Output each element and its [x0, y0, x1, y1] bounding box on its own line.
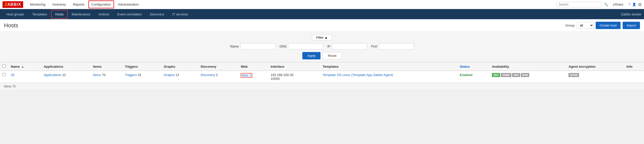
- filter-label: Filter: [316, 36, 324, 39]
- th-templates[interactable]: Templates: [320, 62, 457, 71]
- logo-abbix: ABBIX: [7, 2, 21, 7]
- filter-port-field: Port: [371, 43, 414, 50]
- reset-button[interactable]: Reset: [323, 52, 342, 59]
- table-row: 35 Applications 12 Items 70 Triggers 31 …: [0, 71, 644, 83]
- row-checkbox-cell: [0, 71, 8, 83]
- row-applications-link[interactable]: Applications: [44, 73, 61, 77]
- row-name-cell: 35: [8, 71, 41, 83]
- filter-buttons: Apply Reset: [0, 52, 644, 59]
- select-all-checkbox[interactable]: [3, 64, 6, 68]
- zabbix-logo[interactable]: ZABBIX: [3, 1, 23, 8]
- sub-nav: Host groups Templates Hosts Maintenance …: [0, 9, 644, 19]
- row-triggers-count: 31: [138, 73, 141, 77]
- search-input[interactable]: [557, 2, 602, 7]
- th-discovery[interactable]: Discovery: [198, 62, 238, 71]
- row-templates-link[interactable]: Template OS Linux (Template App Zabbix A…: [323, 73, 393, 77]
- row-status-value[interactable]: Enabled: [460, 73, 473, 77]
- filter-fields: Name DNS IP Port: [0, 43, 644, 50]
- row-web-outlined-box: Web 2: [241, 73, 252, 78]
- subnav-templates[interactable]: Templates: [28, 10, 51, 19]
- group-select[interactable]: all: [577, 22, 594, 29]
- row-availability-cell: ZBX SNMP JMX IPMI: [489, 71, 566, 83]
- top-nav-right: 🔍 zShare ? 👤 ⏻: [557, 1, 641, 8]
- nav-monitoring[interactable]: Monitoring: [27, 1, 49, 8]
- row-items-count: 70: [102, 73, 105, 77]
- badge-none: NONE: [568, 73, 579, 77]
- create-host-button[interactable]: Create host: [596, 22, 621, 29]
- filter-name-label: Name: [230, 44, 239, 48]
- th-status[interactable]: Status: [457, 62, 489, 71]
- row-triggers-cell: Triggers 31: [122, 71, 161, 83]
- sort-asc-icon: ▲: [21, 65, 24, 68]
- filter-port-input[interactable]: [379, 43, 414, 50]
- nav-inventory[interactable]: Inventory: [49, 1, 69, 8]
- th-triggers[interactable]: Triggers: [122, 62, 161, 71]
- hosts-table: Name ▲ Applications Items Triggers Graph…: [0, 62, 644, 83]
- th-items[interactable]: Items: [91, 62, 123, 71]
- page-header: Hosts Group all Create host Import: [0, 19, 644, 32]
- nav-administration[interactable]: Administration: [115, 1, 142, 8]
- row-graphs-cell: Graphs 13: [161, 71, 198, 83]
- user-icon[interactable]: 👤: [632, 3, 636, 6]
- filter-dns-label: DNS: [280, 44, 287, 48]
- page-header-right: Group all Create host Import: [565, 22, 640, 29]
- filter-toggle: Filter ▲: [0, 34, 644, 41]
- top-nav-links: Monitoring Inventory Reports Configurati…: [27, 1, 557, 8]
- th-applications[interactable]: Applications: [41, 62, 90, 71]
- row-items-link[interactable]: Items: [93, 73, 101, 77]
- items-count-label: Items 70: [4, 85, 16, 88]
- th-graphs[interactable]: Graphs: [161, 62, 198, 71]
- row-discovery-count: 2: [216, 73, 218, 77]
- row-triggers-link[interactable]: Triggers: [125, 73, 137, 77]
- import-button[interactable]: Import: [623, 22, 640, 29]
- share-link[interactable]: zShare: [610, 1, 626, 8]
- subnav-event-correlation[interactable]: Event correlation: [113, 10, 146, 19]
- filter-dns-input[interactable]: [288, 43, 323, 50]
- subnav-maintenance[interactable]: Maintenance: [68, 10, 94, 19]
- th-web[interactable]: Web: [238, 62, 268, 71]
- filter-toggle-button[interactable]: Filter ▲: [312, 34, 332, 41]
- th-interface[interactable]: Interface: [268, 62, 320, 71]
- logo-z: Z: [5, 2, 7, 7]
- nav-reports[interactable]: Reports: [70, 1, 88, 8]
- th-info[interactable]: Info: [624, 62, 644, 71]
- row-checkbox[interactable]: [3, 73, 6, 76]
- row-graphs-count: 13: [175, 73, 179, 77]
- search-icon[interactable]: 🔍: [604, 3, 608, 6]
- row-discovery-link[interactable]: Discovery: [201, 73, 215, 77]
- group-label: Group: [565, 23, 575, 27]
- filter-name-field: Name: [230, 43, 276, 50]
- filter-ip-label: IP: [327, 44, 330, 48]
- table-header-row: Name ▲ Applications Items Triggers Graph…: [0, 62, 644, 71]
- subnav-host-groups[interactable]: Host groups: [3, 10, 28, 19]
- row-applications-count: 12: [62, 73, 66, 77]
- subnav-discovery[interactable]: Discovery: [146, 10, 168, 19]
- row-templates-cell: Template OS Linux (Template App Zabbix A…: [320, 71, 457, 83]
- subnav-it-services[interactable]: IT services: [168, 10, 192, 19]
- row-agent-encryption-cell: NONE: [566, 71, 624, 83]
- row-status-cell: Enabled: [457, 71, 489, 83]
- badge-zbx: ZBX: [492, 73, 500, 77]
- apply-button[interactable]: Apply: [302, 52, 321, 59]
- page-title: Hosts: [4, 22, 18, 29]
- power-icon[interactable]: ⏻: [638, 3, 641, 6]
- filter-dns-field: DNS: [280, 43, 323, 50]
- th-name[interactable]: Name ▲: [8, 62, 41, 71]
- filter-ip-input[interactable]: [332, 43, 367, 50]
- row-web-cell: Web 2: [238, 71, 268, 83]
- row-graphs-link[interactable]: Graphs: [164, 73, 175, 77]
- nav-configuration[interactable]: Configuration: [88, 1, 114, 8]
- th-availability[interactable]: Availability: [489, 62, 566, 71]
- filter-ip-field: IP: [327, 43, 367, 50]
- subnav-actions[interactable]: Actions: [94, 10, 113, 19]
- filter-name-input[interactable]: [240, 43, 276, 50]
- question-icon[interactable]: ?: [628, 3, 630, 6]
- table-section: Name ▲ Applications Items Triggers Graph…: [0, 62, 644, 83]
- th-agent-encryption[interactable]: Agent encryption: [566, 62, 624, 71]
- subnav-hosts[interactable]: Hosts: [51, 10, 67, 19]
- row-web-link[interactable]: Web 2: [242, 74, 251, 77]
- row-interface-cell: 192.168.100.35: 10050: [268, 71, 320, 83]
- row-name-link[interactable]: 35: [11, 73, 14, 77]
- badge-snmp: SNMP: [501, 73, 511, 77]
- availability-badges: ZBX SNMP JMX IPMI: [492, 73, 564, 77]
